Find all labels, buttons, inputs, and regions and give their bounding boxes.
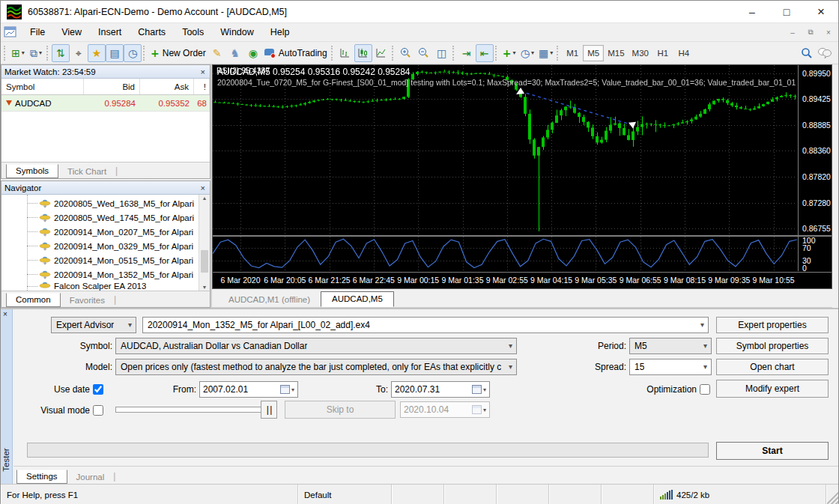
- expert-advisors-button[interactable]: ♞: [226, 44, 244, 62]
- optimization-checkbox[interactable]: [700, 384, 710, 395]
- market-watch-header[interactable]: Market Watch: 23:54:59 ×: [1, 65, 210, 79]
- resize-grip[interactable]: [826, 485, 838, 504]
- ea-type-select[interactable]: Expert Advisor ▾: [51, 317, 136, 333]
- navigator-item[interactable]: 20200914_Mon_0207_M5_for Alpari: [1, 225, 210, 239]
- market-watch-toggle-button[interactable]: ⇅: [52, 44, 70, 62]
- period-select[interactable]: M5 ▾: [629, 338, 712, 354]
- price-chart-canvas[interactable]: [213, 65, 797, 235]
- data-window-button[interactable]: ⌖: [70, 44, 88, 62]
- menu-view[interactable]: View: [53, 25, 90, 40]
- scroll-up-icon[interactable]: ▲: [202, 195, 208, 201]
- mdi-restore-button[interactable]: ⧉: [802, 25, 819, 39]
- zoom-in-button[interactable]: [397, 44, 415, 62]
- start-button[interactable]: Start: [716, 442, 829, 460]
- periods-button[interactable]: ◷ ▾: [518, 44, 536, 62]
- chart-window[interactable]: AUDCAD,M5 0.95254 0.95316 0.95242 0.9528…: [212, 64, 832, 289]
- navigator-close-icon[interactable]: ×: [199, 183, 207, 192]
- column-spread[interactable]: !: [194, 79, 210, 94]
- timeframe-h1-button[interactable]: H1: [652, 45, 673, 61]
- signals-button[interactable]: ◉: [244, 44, 262, 62]
- skip-to-date-input[interactable]: 2020.10.04 ▾: [400, 401, 490, 418]
- bar-chart-type-button[interactable]: [336, 44, 354, 62]
- navigator-header[interactable]: Navigator ×: [1, 181, 210, 195]
- tab-journal[interactable]: Journal: [67, 471, 114, 484]
- visual-speed-slider[interactable]: [115, 407, 271, 413]
- timeframe-h4-button[interactable]: H4: [673, 45, 694, 61]
- search-button[interactable]: [798, 44, 816, 62]
- tab-symbols[interactable]: Symbols: [6, 164, 58, 178]
- menu-charts[interactable]: Charts: [130, 25, 174, 40]
- zoom-out-button[interactable]: [415, 44, 433, 62]
- timeframe-m15-button[interactable]: M15: [604, 45, 628, 61]
- navigator-item[interactable]: 20200805_Wed_1745_M5_for Alpari: [1, 210, 210, 225]
- toolbar-grip[interactable]: [495, 46, 499, 61]
- minimize-button[interactable]: –: [735, 1, 769, 22]
- indicators-button[interactable]: + ▾: [500, 44, 518, 62]
- price-axis[interactable]: 0.89950 0.89425 0.88885 0.88360 0.87820 …: [798, 65, 832, 235]
- skip-to-button[interactable]: Skip to: [285, 401, 396, 419]
- close-button[interactable]: ×: [804, 1, 838, 22]
- timeframe-m30-button[interactable]: M30: [629, 45, 652, 61]
- time-axis[interactable]: 6 Mar 2020 6 Mar 20:05 6 Mar 21:25 6 Mar…: [213, 273, 797, 288]
- symbol-properties-button[interactable]: Symbol properties: [716, 338, 829, 354]
- line-chart-type-button[interactable]: [372, 44, 390, 62]
- model-select[interactable]: Open prices only (fastest method to anal…: [115, 359, 517, 375]
- toolbar-grip[interactable]: [557, 46, 560, 61]
- symbol-select[interactable]: AUDCAD, Australian Dollar vs Canadian Do…: [115, 338, 517, 354]
- templates-button[interactable]: ▦ ▾: [536, 44, 555, 62]
- toolbar-grip[interactable]: [452, 46, 456, 61]
- scroll-down-icon[interactable]: ▼: [202, 285, 208, 290]
- metaeditor-button[interactable]: ✎: [208, 44, 226, 62]
- auto-scroll-button[interactable]: ⇥: [458, 44, 476, 62]
- tester-vertical-tab[interactable]: Tester: [1, 445, 10, 475]
- navigator-item[interactable]: 20200914_Mon_1352_M5_for Alpari: [1, 267, 210, 282]
- profiles-button[interactable]: ⧉ ▾: [27, 44, 45, 62]
- maximize-button[interactable]: □: [769, 1, 804, 22]
- tab-settings[interactable]: Settings: [16, 470, 67, 484]
- tester-close-icon[interactable]: ×: [3, 310, 7, 318]
- toolbar-grip[interactable]: [46, 46, 50, 61]
- toolbar-grip[interactable]: [331, 46, 335, 61]
- column-bid[interactable]: Bid: [84, 79, 140, 94]
- navigator-scrollbar[interactable]: ▲ ▼: [199, 195, 210, 291]
- market-watch-close-icon[interactable]: ×: [199, 67, 207, 76]
- timeframe-m1-button[interactable]: M1: [562, 45, 583, 61]
- chart-tab-audcad-m1-offline[interactable]: AUDCAD,M1 (offline): [218, 293, 321, 307]
- expert-properties-button[interactable]: Expert properties: [716, 317, 829, 333]
- status-profile[interactable]: Default: [298, 485, 392, 504]
- autotrading-button[interactable]: AutoTrading: [262, 44, 330, 62]
- mdi-close-button[interactable]: ×: [820, 25, 837, 39]
- modify-expert-button[interactable]: Modify expert: [716, 380, 829, 398]
- new-chart-button[interactable]: ⊞ ▾: [9, 44, 27, 62]
- chat-button[interactable]: [816, 44, 834, 62]
- spread-select[interactable]: 15 ▾: [629, 359, 712, 375]
- rsi-chart-canvas[interactable]: [213, 237, 797, 271]
- open-chart-button[interactable]: Open chart: [716, 359, 829, 375]
- column-ask[interactable]: Ask: [140, 79, 194, 94]
- tab-tick-chart[interactable]: Tick Chart: [58, 166, 115, 178]
- navigator-toggle-button[interactable]: ★: [88, 44, 106, 62]
- chart-shift-button[interactable]: ⇤: [476, 44, 494, 62]
- from-date-input[interactable]: 2007.02.01 ▾: [199, 381, 298, 398]
- mdi-minimize-button[interactable]: –: [784, 25, 801, 39]
- new-order-button[interactable]: + New Order: [148, 44, 208, 62]
- strategy-tester-toggle-button[interactable]: ◷: [124, 44, 142, 62]
- navigator-item[interactable]: Falcon Scalper EA 2013: [1, 282, 210, 291]
- menu-file[interactable]: File: [22, 25, 53, 40]
- menu-window[interactable]: Window: [212, 25, 261, 40]
- calendar-icon[interactable]: [280, 385, 290, 394]
- to-date-input[interactable]: 2020.07.31 ▾: [391, 381, 490, 398]
- navigator-item[interactable]: 20200914_Mon_0329_M5_for Alpari: [1, 239, 210, 253]
- scrollbar-thumb[interactable]: [201, 250, 208, 273]
- tab-common[interactable]: Common: [6, 293, 61, 307]
- chart-tab-audcad-m5[interactable]: AUDCAD,M5: [321, 291, 394, 307]
- pause-button[interactable]: | |: [261, 401, 277, 419]
- tab-favorites[interactable]: Favorites: [61, 294, 114, 307]
- use-date-checkbox[interactable]: [93, 384, 103, 395]
- calendar-icon[interactable]: [472, 385, 482, 394]
- market-watch-row-audcad[interactable]: AUDCAD 0.95284 0.95352 68: [1, 95, 210, 112]
- rsi-axis[interactable]: 100 70 30 0: [798, 237, 832, 271]
- menu-help[interactable]: Help: [262, 25, 298, 40]
- toolbar-grip[interactable]: [4, 46, 7, 61]
- toolbar-grip[interactable]: [392, 46, 396, 61]
